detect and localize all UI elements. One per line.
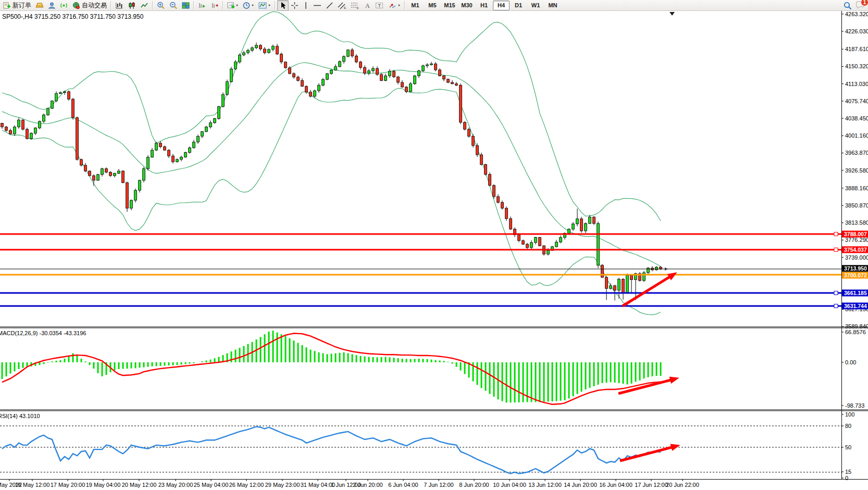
trend-arrow-macd[interactable] bbox=[618, 380, 672, 394]
svg-text:E: E bbox=[344, 6, 346, 9]
gold-ingot-button[interactable] bbox=[33, 0, 46, 11]
chart-canvas[interactable]: 4263.3204226.0304187.6104150.3204113.030… bbox=[0, 0, 868, 490]
svg-text:F: F bbox=[357, 6, 359, 9]
main-pane[interactable] bbox=[1, 11, 662, 315]
trendline-tool-button[interactable] bbox=[324, 0, 336, 11]
periods-button[interactable] bbox=[241, 0, 256, 11]
macd-tick-label: -98.733 bbox=[845, 402, 864, 409]
candle-bullish bbox=[330, 70, 333, 74]
vertical-line-icon bbox=[303, 2, 309, 9]
candle-bullish bbox=[205, 127, 208, 132]
accounts-button[interactable] bbox=[46, 0, 58, 11]
arrow-objects-icon bbox=[388, 2, 401, 9]
line-chart-icon bbox=[140, 2, 148, 9]
line-chart-mode-button[interactable] bbox=[138, 0, 151, 11]
macd-pane[interactable] bbox=[2, 330, 661, 404]
candle-bullish bbox=[626, 275, 629, 293]
auto-trading-button[interactable]: 自动交易 bbox=[70, 0, 109, 11]
candle-bullish bbox=[576, 219, 579, 224]
line-handle[interactable] bbox=[834, 304, 838, 308]
candle-bearish bbox=[505, 208, 508, 218]
price-level-badge-label: 3631.744 bbox=[844, 303, 867, 309]
candle-bullish bbox=[134, 190, 137, 200]
trend-arrow-rsi[interactable] bbox=[620, 447, 673, 461]
search-icon[interactable] bbox=[844, 2, 852, 10]
candle-bearish bbox=[630, 275, 633, 279]
timeframe-MN[interactable]: MN bbox=[544, 1, 561, 10]
timeframe-M5[interactable]: M5 bbox=[424, 1, 441, 10]
cursor-tool-button[interactable] bbox=[277, 0, 289, 11]
candle-bullish bbox=[597, 224, 600, 265]
candle-bullish bbox=[97, 175, 100, 180]
price-level-badge-label: 3713.950 bbox=[844, 265, 867, 272]
tile-windows-icon bbox=[182, 2, 190, 9]
candle-bullish bbox=[422, 66, 425, 71]
arrows-tool-button[interactable] bbox=[386, 0, 403, 11]
vertical-line-tool-button[interactable] bbox=[301, 0, 311, 11]
crosshair-tool-button[interactable] bbox=[289, 0, 301, 11]
timeframe-D1[interactable]: D1 bbox=[510, 1, 527, 10]
candle-bullish bbox=[59, 93, 62, 94]
timeframe-M15[interactable]: M15 bbox=[441, 1, 458, 10]
chart-shift-button[interactable] bbox=[208, 0, 221, 11]
toolbar-separator bbox=[110, 1, 111, 10]
candle-bearish bbox=[622, 279, 625, 293]
line-handle[interactable] bbox=[834, 232, 838, 236]
indicators-button[interactable] bbox=[256, 0, 273, 11]
candle-bullish bbox=[385, 76, 387, 81]
candle-bullish bbox=[255, 45, 258, 48]
auto-trading-label: 自动交易 bbox=[82, 1, 107, 10]
line-handle[interactable] bbox=[834, 291, 838, 295]
price-tick-label: 4038.450 bbox=[845, 115, 868, 121]
text-tool-button[interactable]: A bbox=[362, 0, 373, 11]
timeframe-M30[interactable]: M30 bbox=[458, 1, 475, 10]
candle-bearish bbox=[168, 150, 170, 156]
rsi-tick-label: 15 bbox=[845, 469, 851, 475]
candle-bearish bbox=[1, 123, 4, 127]
candlestick-mode-button[interactable] bbox=[126, 0, 138, 11]
auto-trading-icon bbox=[72, 2, 80, 9]
svg-text:T: T bbox=[378, 3, 381, 8]
candle-bearish bbox=[510, 218, 512, 229]
indicators-icon bbox=[258, 2, 271, 9]
auto-scroll-icon bbox=[198, 2, 206, 9]
candle-bearish bbox=[401, 82, 404, 87]
candle-bullish bbox=[114, 174, 116, 176]
shift-marker-icon[interactable] bbox=[669, 12, 675, 16]
line-handle[interactable] bbox=[834, 248, 838, 252]
rsi-pane[interactable] bbox=[0, 426, 841, 474]
candle-bullish bbox=[268, 50, 270, 53]
new-order-button[interactable]: 新订单 bbox=[1, 0, 33, 11]
trend-arrow-main[interactable] bbox=[623, 276, 671, 306]
new-chart-button[interactable] bbox=[225, 0, 241, 11]
candle-bullish bbox=[47, 108, 49, 115]
timeframe-W1[interactable]: W1 bbox=[527, 1, 544, 10]
candle-bullish bbox=[209, 123, 212, 127]
zoom-in-button[interactable] bbox=[155, 0, 167, 11]
fibonacci-tool-button[interactable]: F bbox=[349, 0, 362, 11]
candle-bullish bbox=[372, 68, 375, 70]
price-tick-label: 3776.290 bbox=[845, 237, 868, 243]
price-level-badge-label: 3754.037 bbox=[844, 247, 867, 253]
zoom-out-button[interactable] bbox=[167, 0, 180, 11]
candle-bearish bbox=[447, 79, 450, 82]
horizontal-line-tool-button[interactable] bbox=[311, 0, 324, 11]
candle-bearish bbox=[376, 68, 379, 75]
price-tick-label: 4001.160 bbox=[845, 132, 868, 139]
bar-chart-mode-button[interactable] bbox=[113, 0, 126, 11]
auto-scroll-button[interactable] bbox=[196, 0, 208, 11]
notifications-button[interactable]: 1 bbox=[856, 1, 865, 11]
channel-tool-button[interactable]: E bbox=[336, 0, 349, 11]
text-label-tool-button[interactable]: T bbox=[373, 0, 386, 11]
candle-bullish bbox=[318, 85, 320, 91]
current-bar-marker bbox=[665, 267, 668, 271]
timeframe-H4[interactable]: H4 bbox=[493, 1, 510, 10]
candle-bullish bbox=[326, 74, 329, 79]
tile-windows-button[interactable] bbox=[180, 0, 192, 11]
timeframe-M1[interactable]: M1 bbox=[407, 1, 424, 10]
timeframe-H1[interactable]: H1 bbox=[476, 1, 492, 10]
candle-bullish bbox=[535, 237, 537, 242]
trend-arrow-main-head bbox=[667, 272, 677, 280]
new-order-label: 新订单 bbox=[13, 1, 31, 10]
signal-button[interactable] bbox=[58, 0, 70, 11]
